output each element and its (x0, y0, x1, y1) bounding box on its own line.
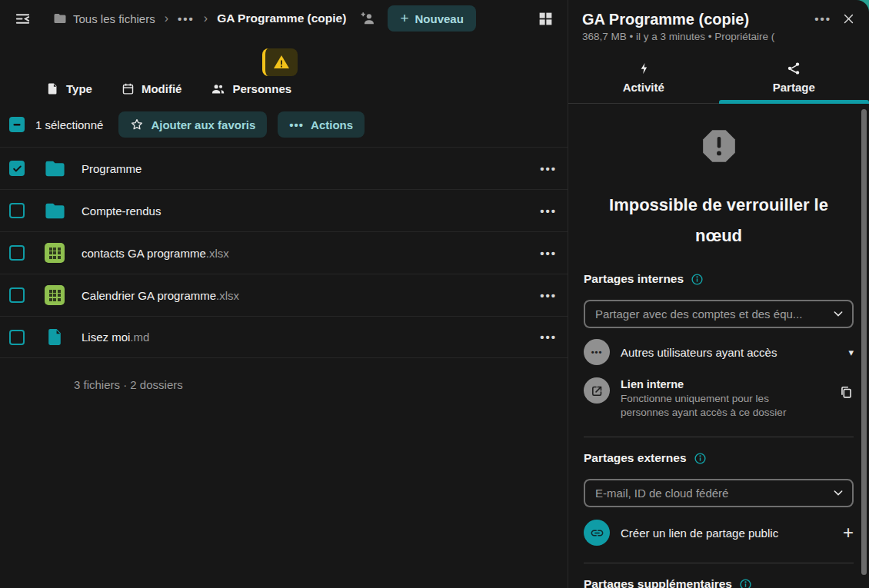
topbar: Tous les fichiers › ••• › GA Programme (… (0, 0, 568, 37)
external-share-input[interactable] (584, 479, 854, 507)
row-checkbox[interactable] (9, 245, 25, 261)
people-icon (211, 81, 225, 96)
row-checkbox[interactable] (9, 203, 25, 218)
section-divider (584, 437, 854, 437)
internal-shares-heading: Partages internes (584, 272, 854, 286)
row-actions-icon[interactable]: ••• (540, 204, 557, 218)
file-row-contacts-xlsx[interactable]: contacts GA programme.xlsx ••• (0, 231, 568, 274)
more-options-icon: ••• (814, 12, 831, 25)
other-users-label: Autres utilisateurs ayant accès (621, 346, 777, 359)
plus-icon: + (400, 10, 408, 27)
external-shares-heading: Partages externes (584, 451, 854, 465)
add-to-favorites-button[interactable]: Ajouter aux favoris (118, 111, 267, 138)
row-actions-icon[interactable]: ••• (540, 247, 557, 260)
file-name: contacts GA programme (82, 247, 206, 260)
row-actions-icon[interactable]: ••• (540, 162, 557, 175)
warning-toast[interactable] (262, 48, 298, 76)
breadcrumb-ellipsis-button[interactable]: ••• (178, 12, 195, 25)
internal-link-description: Fonctionne uniquement pour les personnes… (621, 392, 813, 420)
file-name: Programme (82, 162, 142, 175)
sidebar-scrollbar[interactable] (861, 109, 867, 575)
error-message: Impossible de verrouiller le nœud (584, 190, 854, 251)
file-row-compte-rendus[interactable]: Compte-rendus ••• (0, 189, 568, 231)
chevron-right-icon: › (202, 12, 209, 25)
sharing-sidebar: GA Programme (copie) ••• 368,7 MB • il y… (568, 0, 869, 588)
info-icon[interactable] (739, 578, 752, 588)
external-share-combobox (584, 479, 854, 507)
file-type-icon (46, 82, 59, 95)
indeterminate-icon (12, 120, 22, 129)
check-icon (12, 164, 22, 174)
sidebar-tabs: Activité Partage (568, 55, 869, 104)
filter-modified[interactable]: Modifié (122, 82, 182, 95)
filter-type[interactable]: Type (46, 82, 92, 95)
additional-shares-label: Partages supplémentaires (584, 577, 732, 588)
info-icon[interactable] (691, 273, 704, 286)
copy-icon (839, 385, 854, 400)
close-icon (842, 12, 855, 25)
file-row-lisez-moi-md[interactable]: Lisez moi.md ••• (0, 316, 568, 358)
others-avatar-icon: ••• (584, 339, 610, 365)
folder-icon (43, 200, 66, 222)
sidebar-more-options-button[interactable]: ••• (811, 9, 834, 28)
file-row-calendrier-xlsx[interactable]: Calendrier GA programme.xlsx ••• (0, 274, 568, 316)
ellipsis-icon: ••• (591, 347, 603, 357)
selection-count: 1 sélectionné (35, 118, 103, 131)
selection-bar: 1 sélectionné Ajouter aux favoris ••• Ac… (9, 111, 568, 138)
file-name: Lisez moi (82, 331, 130, 344)
calendar-icon (122, 82, 135, 95)
actions-ellipsis-icon: ••• (289, 118, 304, 131)
row-actions-icon[interactable]: ••• (540, 331, 557, 344)
activity-icon (637, 61, 651, 76)
external-shares-label: Partages externes (584, 451, 687, 465)
tab-sharing-label: Partage (773, 81, 815, 94)
select-all-checkbox[interactable] (9, 117, 25, 132)
new-button[interactable]: + Nouveau (388, 5, 475, 32)
tab-activity-label: Activité (623, 81, 664, 94)
filter-type-label: Type (66, 82, 92, 95)
chevron-right-icon: › (163, 12, 170, 25)
sidebar-collapse-button[interactable] (11, 7, 35, 31)
file-list: Programme ••• Compte-rendus ••• contacts… (0, 147, 568, 358)
file-name: Compte-rendus (82, 204, 161, 218)
tab-sharing[interactable]: Partage (719, 55, 869, 103)
breadcrumb-current[interactable]: GA Programme (copie) (217, 12, 346, 25)
internal-link-row[interactable]: Lien interne Fonctionne uniquement pour … (584, 377, 854, 420)
markdown-file-icon (43, 327, 66, 347)
breadcrumb-root[interactable]: Tous les fichiers (53, 12, 155, 25)
link-icon (584, 520, 610, 546)
internal-share-combobox (584, 300, 854, 328)
row-actions-icon[interactable]: ••• (540, 289, 557, 302)
create-public-link-label: Créer un lien de partage public (621, 527, 778, 540)
filter-people[interactable]: Personnes (211, 81, 291, 96)
add-public-link-button[interactable]: + (843, 525, 854, 540)
file-count-summary: 3 fichiers · 2 dossiers (0, 378, 568, 391)
breadcrumb: Tous les fichiers › ••• › GA Programme (… (53, 12, 346, 25)
file-extension: .md (130, 331, 149, 344)
sidebar-close-button[interactable] (839, 9, 858, 28)
add-to-favorites-label: Ajouter aux favoris (151, 118, 255, 131)
additional-shares-heading: Partages supplémentaires (584, 577, 854, 588)
spreadsheet-icon (43, 243, 66, 263)
grid-view-toggle[interactable] (534, 8, 557, 30)
file-name: Calendrier GA programme (82, 289, 216, 302)
internal-share-input[interactable] (584, 300, 854, 328)
filter-people-label: Personnes (232, 82, 291, 95)
actions-button[interactable]: ••• Actions (278, 111, 365, 138)
other-users-row[interactable]: ••• Autres utilisateurs ayant accès ▾ (584, 339, 854, 365)
sidebar-collapse-icon (14, 10, 32, 28)
share-folder-button[interactable] (357, 7, 380, 30)
row-checkbox[interactable] (9, 287, 25, 303)
copy-link-button[interactable] (839, 385, 854, 400)
row-checkbox[interactable] (9, 330, 25, 345)
row-checkbox-checked[interactable] (9, 161, 25, 176)
tab-activity[interactable]: Activité (568, 55, 719, 103)
file-row-programme[interactable]: Programme ••• (0, 147, 568, 189)
person-add-icon (360, 10, 377, 27)
info-icon[interactable] (694, 452, 707, 465)
breadcrumb-root-label: Tous les fichiers (73, 12, 155, 25)
file-extension: .xlsx (206, 247, 229, 260)
create-public-link-row[interactable]: Créer un lien de partage public + (584, 520, 854, 546)
internal-shares-label: Partages internes (584, 272, 684, 286)
caret-down-icon[interactable]: ▾ (848, 347, 854, 358)
